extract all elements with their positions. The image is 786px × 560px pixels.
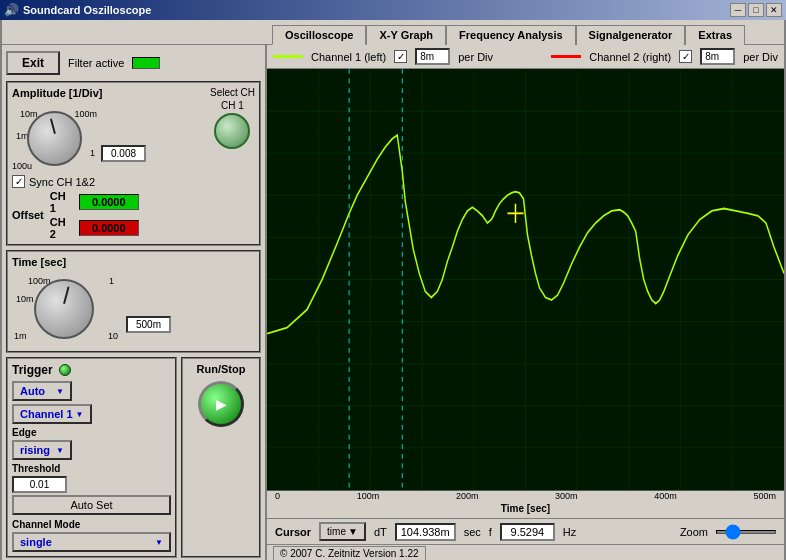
select-ch-knob[interactable] (214, 113, 250, 149)
amplitude-knob[interactable] (27, 111, 82, 166)
copyright-bar: © 2007 C. Zeitnitz Version 1.22 (267, 544, 784, 560)
left-panel: Exit Filter active Amplitude [1/Div] 10m… (2, 45, 267, 560)
tabs-row: Oscilloscope X-Y Graph Frequency Analysi… (2, 20, 784, 44)
channel-mode-section: Channel Mode single ▼ (12, 519, 171, 552)
ch1-header-label: Channel 1 (left) (311, 51, 386, 63)
ch2-offset-value[interactable]: 0.0000 (79, 220, 139, 236)
time-label-1m: 1m (14, 331, 27, 341)
ch2-header-label: Channel 2 (right) (589, 51, 671, 63)
ch1-offset-value[interactable]: 0.0000 (79, 194, 139, 210)
amplitude-title: Amplitude [1/Div] (12, 87, 206, 99)
ch1-label: CH 1 (221, 100, 244, 111)
copyright-text: © 2007 C. Zeitnitz Version 1.22 (273, 546, 426, 560)
amplitude-input[interactable] (101, 145, 146, 162)
channel-mode-dropdown[interactable]: single ▼ (12, 532, 171, 552)
trigger-mode-dropdown[interactable]: Auto ▼ (12, 381, 72, 401)
filter-label: Filter active (68, 57, 124, 69)
amplitude-section: Amplitude [1/Div] 10m 100m 1m 1 100u (6, 81, 261, 246)
right-panel: Channel 1 (left) ✓ per Div Channel 2 (ri… (267, 45, 784, 560)
ch2-offset-row: CH 2 0.0000 (50, 216, 139, 240)
amp-label-100m: 100m (74, 109, 97, 119)
run-stop-panel: Run/Stop ▶ (181, 357, 261, 558)
minimize-button[interactable]: ─ (730, 3, 746, 17)
trigger-panel: Trigger Auto ▼ Channel 1 ▼ (6, 357, 177, 558)
x-axis-label: Time [sec] (267, 501, 784, 516)
time-label-1: 1 (109, 276, 114, 286)
ch1-offset-label: CH 1 (50, 190, 75, 214)
time-knob-area: 100m 10m 1 1m 10 (12, 272, 122, 347)
window-controls: ─ □ ✕ (730, 3, 782, 17)
exit-button[interactable]: Exit (6, 51, 60, 75)
chevron-down-icon: ▼ (56, 387, 64, 396)
ch1-color-line (273, 55, 303, 58)
channel-mode-label: Channel Mode (12, 519, 171, 530)
edge-label: Edge (12, 427, 171, 438)
maximize-button[interactable]: □ (748, 3, 764, 17)
ch1-offset-row: CH 1 0.0000 (50, 190, 139, 214)
chevron-down-icon: ▼ (56, 446, 64, 455)
content-area: Exit Filter active Amplitude [1/Div] 10m… (2, 44, 784, 560)
x-axis-labels: 0 100m 200m 300m 400m 500m (267, 491, 784, 501)
dt-label: dT (374, 526, 387, 538)
cursor-type-button[interactable]: time ▼ (319, 522, 366, 541)
amp-label-100u: 100u (12, 161, 32, 171)
ch1-per-div-input[interactable] (415, 48, 450, 65)
run-stop-button[interactable]: ▶ (198, 381, 244, 427)
f-unit: Hz (563, 526, 576, 538)
scope-canvas (267, 69, 784, 490)
x-tick-500m: 500m (753, 491, 776, 501)
filter-active-indicator (132, 57, 160, 69)
play-icon: ▶ (216, 396, 227, 412)
bottom-bar: Cursor time ▼ dT 104.938m sec f 9.5294 H… (267, 518, 784, 544)
f-value: 9.5294 (500, 523, 555, 541)
amp-label-1: 1 (90, 148, 95, 158)
scope-display (267, 69, 784, 490)
tab-oscilloscope[interactable]: Oscilloscope (272, 25, 366, 45)
dt-value: 104.938m (395, 523, 456, 541)
time-input[interactable] (126, 316, 171, 333)
x-tick-300m: 300m (555, 491, 578, 501)
chevron-down-icon: ▼ (155, 538, 163, 547)
close-button[interactable]: ✕ (766, 3, 782, 17)
time-section: Time [sec] 100m 10m 1 1m 10 (6, 250, 261, 353)
tab-signalgenerator[interactable]: Signalgenerator (576, 25, 686, 45)
x-axis-ticks: 0 100m 200m 300m 400m 500m Time [sec] (267, 490, 784, 518)
chevron-down-icon: ▼ (348, 526, 358, 537)
edge-dropdown[interactable]: rising ▼ (12, 440, 72, 460)
time-knob[interactable] (34, 279, 94, 339)
threshold-label: Threshold (12, 463, 171, 474)
sync-label: Sync CH 1&2 (29, 176, 95, 188)
trigger-title-row: Trigger (12, 363, 171, 377)
time-title: Time [sec] (12, 256, 255, 268)
ch2-per-div-label: per Div (743, 51, 778, 63)
auto-set-button[interactable]: Auto Set (12, 495, 171, 515)
ch2-color-line (551, 55, 581, 58)
tab-frequency-analysis[interactable]: Frequency Analysis (446, 25, 576, 45)
top-controls: Exit Filter active (6, 49, 261, 77)
chevron-down-icon: ▼ (76, 410, 84, 419)
f-label: f (489, 526, 492, 538)
trigger-channel-dropdown[interactable]: Channel 1 ▼ (12, 404, 92, 424)
tab-extras[interactable]: Extras (685, 25, 745, 45)
amplitude-knob-area: 10m 100m 1m 1 100u (12, 103, 97, 173)
trigger-led (59, 364, 71, 376)
zoom-slider[interactable] (716, 530, 776, 534)
ch2-checkbox[interactable]: ✓ (679, 50, 692, 63)
ch1-checkbox[interactable]: ✓ (394, 50, 407, 63)
threshold-input[interactable] (12, 476, 67, 493)
ch2-offset-label: CH 2 (50, 216, 75, 240)
ch1-per-div-label: per Div (458, 51, 493, 63)
tab-xy-graph[interactable]: X-Y Graph (366, 25, 446, 45)
run-stop-title: Run/Stop (197, 363, 246, 375)
select-ch-area: Select CH CH 1 (210, 87, 255, 149)
time-label-10m: 10m (16, 294, 34, 304)
offset-title: Offset (12, 209, 44, 221)
zoom-label: Zoom (680, 526, 708, 538)
title-bar: 🔊 Soundcard Oszilloscope ─ □ ✕ (0, 0, 786, 20)
ch2-per-div-input[interactable] (700, 48, 735, 65)
x-tick-400m: 400m (654, 491, 677, 501)
x-tick-100m: 100m (357, 491, 380, 501)
channel-header: Channel 1 (left) ✓ per Div Channel 2 (ri… (267, 45, 784, 69)
x-tick-200m: 200m (456, 491, 479, 501)
sync-checkbox[interactable] (12, 175, 25, 188)
